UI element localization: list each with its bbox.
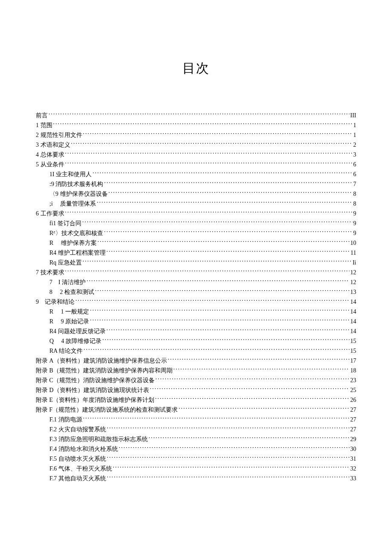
toc-entry: 附录 D（资料性）建筑消防设施现状统计表25 <box>36 385 356 395</box>
toc-leader-dots <box>83 259 352 264</box>
toc-leader-dots <box>84 347 349 353</box>
toc-entry: 4 总体要求3 <box>36 150 356 160</box>
toc-leader-dots <box>95 288 349 294</box>
toc-leader-dots <box>150 386 349 392</box>
toc-leader-dots <box>65 209 353 215</box>
toc-entry-page: 1 <box>353 120 356 130</box>
toc-entry: :9 消防技术服务机构7 <box>36 179 356 189</box>
toc-entry: 3 术语和定义2 <box>36 140 356 150</box>
toc-leader-dots <box>109 190 353 196</box>
toc-leader-dots <box>90 317 349 323</box>
toc-entry-label: 1 范围 <box>36 120 52 130</box>
toc-leader-dots <box>119 445 349 451</box>
toc-entry-label: Rq 应急处置 <box>49 258 82 267</box>
toc-leader-dots <box>92 170 352 176</box>
toc-leader-dots <box>104 229 352 235</box>
toc-entry-label: 7 I 清洁维护 <box>49 277 86 287</box>
toc-leader-dots <box>107 425 349 431</box>
toc-entry-page: 26 <box>350 395 356 405</box>
toc-entry-label: R 维护保养方案 <box>49 238 97 248</box>
toc-entry-page: 31 <box>350 454 356 464</box>
toc-entry: 附录 C（规范性）消防设施维护保养仪器设备23 <box>36 375 356 385</box>
toc-entry: R 维护保养方案10 <box>36 238 356 248</box>
toc-entry-label: 附录 D（资料性）建筑消防设施现状统计表 <box>36 385 149 395</box>
toc-entry: R4 问题处理反馈记录14 <box>36 326 356 336</box>
toc-entry-label: 7 技术要求 <box>36 267 64 277</box>
toc-leader-dots <box>102 337 349 343</box>
toc-leader-dots <box>149 435 349 441</box>
toc-leader-dots <box>107 327 349 333</box>
toc-entry-label: F.5 自动喷水灭火系统 <box>49 454 106 464</box>
toc-entry: Q 4 故障维修记录15 <box>36 336 356 346</box>
toc-entry-label: 附录 F（规范性）建筑消防设施系统的检查和测试要求 <box>36 405 178 415</box>
toc-entry-page: 25 <box>350 385 356 395</box>
toc-leader-dots <box>155 396 349 402</box>
toc-entry: F.1 消防电源27 <box>36 415 356 424</box>
toc-entry: F.2 火灾自动报警系统27 <box>36 424 356 434</box>
toc-leader-dots <box>97 200 352 206</box>
toc-entry-label: R4 问题处理反馈记录 <box>49 326 106 336</box>
toc-entry-label: 〈9 维护保养仪器设备 <box>49 189 108 199</box>
toc-entry-page: 23 <box>350 375 356 385</box>
toc-entry: 附录 B（规范性）建筑消防设施维护保养内容和周期18 <box>36 366 356 375</box>
toc-entry-page: 18 <box>350 366 356 375</box>
toc-entry-label: F.7 其他自动灭火系统 <box>49 474 106 483</box>
toc-entry-label: 附录 B（规范性）建筑消防设施维护保养内容和周期 <box>36 366 173 375</box>
toc-leader-dots <box>98 239 349 245</box>
toc-entry-page: 27 <box>350 424 356 434</box>
toc-entry: F.4 消防给水和消火栓系统30 <box>36 444 356 454</box>
toc-entry: Rᶻ〉技术交底和核查9 <box>36 228 356 238</box>
toc-entry-page: 13 <box>350 287 356 297</box>
toc-entry: RA 结论文件15 <box>36 346 356 356</box>
toc-entry-page: 9 <box>353 218 356 228</box>
toc-entry-page: 9 <box>353 209 356 218</box>
toc-leader-dots <box>179 406 349 412</box>
toc-entry-page: 12 <box>350 267 356 277</box>
toc-entry-page: 29 <box>350 434 356 444</box>
toc-entry-label: fi1 签订合同 <box>49 218 81 228</box>
toc-entry: F.6 气体、干粉灭火系统32 <box>36 464 356 474</box>
toc-entry-page: 2 <box>353 140 356 150</box>
toc-entry-label: RA 结论文件 <box>49 346 83 356</box>
toc-entry: 1 范围1 <box>36 120 356 130</box>
toc-entry: F.3 消防应急照明和疏散指示标志系统29 <box>36 434 356 444</box>
toc-entry: 〈9 维护保养仪器设备8 <box>36 189 356 199</box>
toc-entry-page: 3 <box>353 150 356 160</box>
toc-entry-label: 附录 A（资料性）建筑消防设施维护保养信息公示 <box>36 356 167 366</box>
toc-entry-page: 27 <box>350 415 356 424</box>
toc-leader-dots <box>83 131 353 137</box>
toc-entry-label: 前言 <box>36 110 48 120</box>
toc-entry: fi1 签订合同9 <box>36 218 356 228</box>
toc-entry-page: 1 <box>353 130 356 140</box>
toc-leader-dots <box>65 268 350 274</box>
toc-entry: 7 I 清洁维护12 <box>36 277 356 287</box>
toc-leader-dots <box>65 151 353 157</box>
toc-entry-page: 12 <box>350 277 356 287</box>
toc-entry-page: 10 <box>350 238 356 248</box>
toc-entry-label: 附录 C（规范性）消防设施维护保养仪器设备 <box>36 375 155 385</box>
toc-entry-page: 6 <box>353 169 356 179</box>
toc-leader-dots <box>173 366 349 372</box>
toc-entry-label: F.6 气体、干粉灭火系统 <box>49 464 112 474</box>
toc-entry-page: 11 <box>351 248 356 258</box>
toc-entry-label: 8 2 检查和测试 <box>49 287 94 297</box>
toc-entry-page: 15 <box>350 346 356 356</box>
toc-leader-dots <box>107 455 349 461</box>
toc-entry: 9 记录和结论14 <box>36 297 356 307</box>
toc-leader-dots <box>83 416 349 421</box>
toc-entry: 附录 E（资料性）年度消防设施维护保养计划26 <box>36 395 356 405</box>
toc-leader-dots <box>65 160 353 166</box>
toc-leader-dots <box>86 278 349 284</box>
toc-entry: 2 规范性引用文件1 <box>36 130 356 140</box>
toc-entry: F.7 其他自动灭火系统33 <box>36 474 356 483</box>
toc-entry: F.5 自动喷水灭火系统31 <box>36 454 356 464</box>
toc-entry-page: 30 <box>350 444 356 454</box>
page-title: 目次 <box>36 60 356 77</box>
toc-entry-label: 5 从业条件 <box>36 160 64 169</box>
toc-entry-label: :9 消防技术服务机构 <box>49 179 103 189</box>
toc-entry: 前言III <box>36 110 356 120</box>
toc-entry-page: 14 <box>350 297 356 307</box>
toc-entry-page: 17 <box>350 356 356 366</box>
toc-leader-dots <box>49 111 349 117</box>
toc-entry: 附录 A（资料性）建筑消防设施维护保养信息公示17 <box>36 356 356 366</box>
